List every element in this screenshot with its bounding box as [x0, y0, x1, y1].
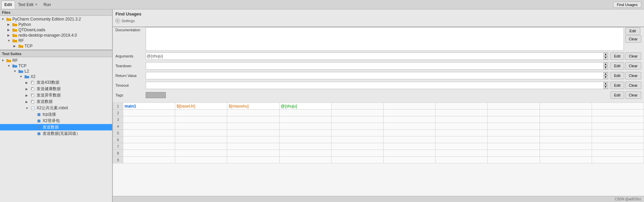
grid-cell[interactable]: [123, 150, 175, 157]
file-item-pycharm[interactable]: ▼ PyCharm Community Edition 2021.3.2: [0, 16, 112, 22]
grid-cell[interactable]: [540, 143, 592, 150]
grid-cell[interactable]: [331, 143, 383, 150]
grid-cell[interactable]: [436, 136, 488, 143]
return-value-spin-down[interactable]: ▼: [603, 76, 608, 79]
grid-cell[interactable]: [436, 123, 488, 130]
grid-cell[interactable]: [123, 123, 175, 130]
grid-cell[interactable]: [540, 103, 592, 110]
grid-cell[interactable]: [279, 150, 331, 157]
teardown-input[interactable]: [147, 64, 603, 68]
grid-cell[interactable]: [331, 103, 383, 110]
grid-cell[interactable]: [540, 150, 592, 157]
grid-cell[interactable]: [175, 150, 227, 157]
grid-cell[interactable]: [592, 123, 644, 130]
timeout-spin-down[interactable]: ▼: [603, 85, 608, 89]
grid-cell[interactable]: [227, 123, 279, 130]
grid-cell[interactable]: [279, 110, 331, 116]
arguments-spin-down[interactable]: ▼: [603, 56, 608, 59]
grid-cell[interactable]: [279, 136, 331, 143]
grid-cell[interactable]: [279, 116, 331, 123]
teardown-edit-button[interactable]: Edit: [610, 62, 624, 70]
grid-cell[interactable]: [227, 150, 279, 157]
grid-cell[interactable]: [331, 123, 383, 130]
grid-cell[interactable]: [436, 116, 488, 123]
suite-item-x2login[interactable]: X2登录包: [0, 118, 112, 124]
suite-item-x2[interactable]: ▼ X2: [0, 74, 112, 79]
grid-cell[interactable]: [123, 110, 175, 116]
grid-cell[interactable]: @{shuju}: [279, 103, 331, 110]
return-value-clear-button[interactable]: Clear: [625, 72, 641, 79]
file-item-qtdownloads[interactable]: ▶ QTDownLoads: [0, 27, 112, 33]
timeout-input[interactable]: [147, 83, 603, 88]
suite-item-sendabnormal[interactable]: ▶ 发送异常数据: [0, 92, 112, 98]
grid-cell[interactable]: [331, 116, 383, 123]
grid-cell[interactable]: [383, 123, 435, 130]
grid-cell[interactable]: [227, 136, 279, 143]
grid-cell[interactable]: [540, 130, 592, 136]
grid-cell[interactable]: [279, 157, 331, 163]
grid-cell[interactable]: [123, 136, 175, 143]
grid-cell[interactable]: [488, 143, 540, 150]
teardown-spin-down[interactable]: ▼: [603, 66, 608, 69]
grid-cell[interactable]: [592, 136, 644, 143]
grid-cell[interactable]: [592, 157, 644, 163]
grid-cell[interactable]: [331, 150, 383, 157]
suite-item-send433[interactable]: ▶ 发送433数据: [0, 79, 112, 86]
grid-cell[interactable]: [592, 130, 644, 136]
suite-item-sendhealth[interactable]: ▶ 发送健康数据: [0, 86, 112, 92]
grid-cell[interactable]: [540, 123, 592, 130]
suite-item-tcpconn[interactable]: tcp连接: [0, 111, 112, 118]
grid-cell[interactable]: [227, 157, 279, 163]
suite-item-senddata2[interactable]: 发送数据: [0, 124, 112, 130]
grid-cell[interactable]: [540, 157, 592, 163]
grid-cell[interactable]: [331, 130, 383, 136]
grid-cell[interactable]: [279, 143, 331, 150]
grid-cell[interactable]: [175, 116, 227, 123]
grid-cell[interactable]: [488, 103, 540, 110]
grid-cell[interactable]: [488, 130, 540, 136]
grid-cell[interactable]: [592, 116, 644, 123]
grid-cell[interactable]: [175, 130, 227, 136]
return-value-edit-button[interactable]: Edit: [610, 72, 624, 79]
grid-cell[interactable]: [488, 110, 540, 116]
timeout-edit-button[interactable]: Edit: [610, 82, 624, 89]
grid-cell[interactable]: [488, 123, 540, 130]
grid-cell[interactable]: [383, 157, 435, 163]
grid-cell[interactable]: [383, 130, 435, 136]
file-item-rf[interactable]: ▼ RF: [0, 38, 112, 43]
timeout-clear-button[interactable]: Clear: [625, 82, 641, 89]
grid-cell[interactable]: [227, 116, 279, 123]
grid-cell[interactable]: [436, 103, 488, 110]
teardown-spin-up[interactable]: ▲: [603, 63, 608, 66]
grid-cell[interactable]: [227, 130, 279, 136]
tab-run[interactable]: Run: [41, 1, 54, 9]
documentation-textarea[interactable]: [146, 27, 624, 51]
grid-cell[interactable]: [331, 136, 383, 143]
grid-cell[interactable]: [383, 150, 435, 157]
grid-cell[interactable]: [383, 143, 435, 150]
suite-item-tcp[interactable]: ▼ TCP: [0, 63, 112, 69]
grid-cell[interactable]: [592, 150, 644, 157]
grid-cell[interactable]: [123, 116, 175, 123]
grid-cell[interactable]: [383, 116, 435, 123]
grid-cell[interactable]: [436, 130, 488, 136]
grid-cell[interactable]: [540, 116, 592, 123]
documentation-clear-button[interactable]: Clear: [625, 35, 641, 43]
suite-item-rf[interactable]: ▼ RF: [0, 58, 112, 63]
grid-cell[interactable]: [383, 103, 435, 110]
grid-cell[interactable]: [488, 150, 540, 157]
tab-text-edit-close[interactable]: ✕: [35, 3, 38, 6]
return-value-input[interactable]: [147, 73, 603, 78]
suite-item-senddata-noreturn[interactable]: 发送数据(无返回值）: [0, 130, 112, 137]
tab-edit[interactable]: Edit: [1, 1, 15, 9]
return-value-spin-up[interactable]: ▲: [603, 72, 608, 76]
grid-cell[interactable]: [488, 136, 540, 143]
arguments-input[interactable]: [147, 54, 603, 58]
suite-item-x2common[interactable]: ▼ RF X2公共元素.robot: [0, 105, 112, 111]
grid-cell[interactable]: [540, 136, 592, 143]
grid-cell[interactable]: ${miaoshu}: [227, 103, 279, 110]
arguments-edit-button[interactable]: Edit: [610, 52, 624, 60]
grid-cell[interactable]: [175, 123, 227, 130]
grid-cell[interactable]: [436, 143, 488, 150]
teardown-clear-button[interactable]: Clear: [625, 62, 641, 70]
